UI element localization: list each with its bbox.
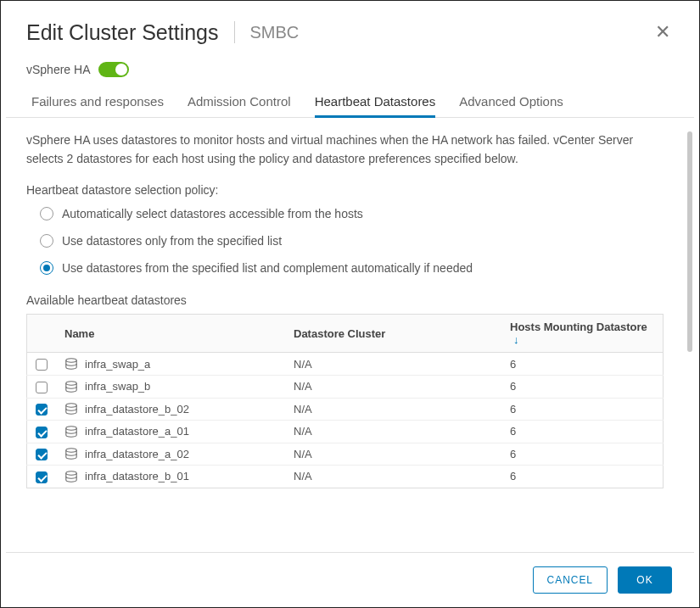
datastore-icon	[64, 358, 78, 370]
datastore-cluster: N/A	[285, 353, 501, 376]
vsphere-ha-label: vSphere HA	[26, 63, 90, 76]
datastore-icon	[64, 448, 78, 460]
row-checkbox[interactable]	[36, 382, 48, 393]
datastore-name: infra_datastore_b_02	[85, 403, 189, 416]
datastore-icon	[64, 381, 78, 393]
body-scroll[interactable]: vSphere HA uses datastores to monitor ho…	[26, 131, 674, 552]
datastore-cluster: N/A	[285, 443, 501, 466]
datastore-name: infra_swap_a	[85, 358, 150, 371]
policy-option-list-only[interactable]: Use datastores only from the specified l…	[40, 234, 664, 248]
policy-option-list-auto[interactable]: Use datastores from the specified list a…	[40, 261, 664, 275]
policy-radio-group: Automatically select datastores accessib…	[26, 207, 664, 275]
col-header-name[interactable]: Name	[56, 315, 285, 353]
datastore-icon	[64, 471, 78, 482]
cancel-button[interactable]: CANCEL	[533, 566, 608, 594]
row-checkbox[interactable]	[36, 449, 48, 460]
policy-label: Heartbeat datastore selection policy:	[26, 183, 664, 197]
col-header-name-label: Name	[64, 327, 94, 340]
datastore-name: infra_datastore_a_02	[85, 448, 189, 460]
tab-heartbeat[interactable]: Heartbeat Datastores	[315, 89, 436, 117]
dialog-title: Edit Cluster Settings	[26, 20, 219, 45]
col-header-cluster[interactable]: Datastore Cluster	[285, 315, 501, 353]
svg-point-5	[66, 471, 76, 475]
datastore-name: infra_datastore_b_01	[85, 470, 189, 482]
vsphere-ha-row: vSphere HA	[1, 57, 699, 89]
svg-point-4	[66, 449, 76, 452]
table-row[interactable]: infra_datastore_b_01N/A6	[27, 466, 664, 488]
hosts-mounting-count: 6	[501, 421, 664, 443]
table-row[interactable]: infra_datastore_a_02N/A6	[27, 443, 664, 466]
row-checkbox[interactable]	[36, 471, 48, 483]
hosts-mounting-count: 6	[501, 443, 664, 466]
col-header-hosts-label: Hosts Mounting Datastore	[510, 321, 647, 333]
datastore-cluster: N/A	[285, 421, 501, 443]
policy-option-auto[interactable]: Automatically select datastores accessib…	[40, 207, 664, 220]
ok-button[interactable]: OK	[618, 566, 672, 594]
datastore-cluster: N/A	[285, 375, 501, 398]
hosts-mounting-count: 6	[501, 398, 664, 421]
svg-point-3	[66, 427, 76, 430]
description-text: vSphere HA uses datastores to monitor ho…	[26, 131, 664, 168]
datastore-name: infra_datastore_a_01	[85, 425, 189, 438]
datastore-icon	[64, 426, 78, 438]
datastore-cluster: N/A	[285, 398, 501, 421]
policy-option-label: Automatically select datastores accessib…	[62, 207, 363, 220]
tab-bar: Failures and responsesAdmission ControlH…	[6, 89, 694, 118]
available-datastores-label: Available heartbeat datastores	[26, 293, 664, 307]
datastore-name: infra_swap_b	[85, 380, 150, 393]
tab-failures[interactable]: Failures and responses	[31, 89, 164, 117]
hosts-mounting-count: 6	[501, 353, 664, 376]
row-checkbox[interactable]	[36, 427, 48, 438]
col-header-checkbox	[27, 315, 57, 353]
radio-icon	[40, 261, 53, 275]
col-header-cluster-label: Datastore Cluster	[294, 327, 385, 340]
table-row[interactable]: infra_swap_aN/A6	[27, 353, 664, 376]
cluster-name: SMBC	[250, 23, 300, 42]
scrollbar[interactable]	[687, 131, 692, 352]
dialog-header: Edit Cluster Settings SMBC ✕	[1, 1, 699, 57]
edit-cluster-settings-dialog: Edit Cluster Settings SMBC ✕ vSphere HA …	[1, 1, 699, 607]
svg-point-2	[66, 404, 76, 407]
row-checkbox[interactable]	[36, 404, 48, 416]
toggle-knob	[115, 64, 127, 75]
hosts-mounting-count: 6	[501, 375, 664, 398]
radio-icon	[40, 234, 53, 248]
row-checkbox[interactable]	[36, 359, 48, 371]
close-button[interactable]: ✕	[652, 20, 674, 45]
table-row[interactable]: infra_datastore_a_01N/A6	[27, 421, 664, 443]
dialog-body: vSphere HA uses datastores to monitor ho…	[1, 118, 699, 552]
close-icon: ✕	[655, 21, 670, 42]
svg-point-1	[66, 382, 76, 385]
heartbeat-datastores-table: Name Datastore Cluster Hosts Mounting Da…	[26, 314, 664, 488]
policy-option-label: Use datastores only from the specified l…	[62, 234, 282, 248]
tab-advanced[interactable]: Advanced Options	[459, 89, 563, 117]
policy-option-label: Use datastores from the specified list a…	[62, 261, 473, 275]
hosts-mounting-count: 6	[501, 466, 664, 488]
dialog-footer: CANCEL OK	[6, 552, 694, 607]
table-row[interactable]: infra_datastore_b_02N/A6	[27, 398, 664, 421]
table-row[interactable]: infra_swap_bN/A6	[27, 375, 664, 398]
datastore-icon	[64, 403, 78, 415]
col-header-hosts[interactable]: Hosts Mounting Datastore ↓	[501, 315, 664, 353]
tab-admission[interactable]: Admission Control	[188, 89, 291, 117]
svg-point-0	[66, 359, 76, 362]
datastore-cluster: N/A	[285, 466, 501, 488]
sort-arrow-down-icon: ↓	[513, 333, 519, 346]
title-divider	[234, 21, 235, 43]
vsphere-ha-toggle[interactable]	[98, 62, 129, 77]
radio-icon	[40, 207, 53, 220]
